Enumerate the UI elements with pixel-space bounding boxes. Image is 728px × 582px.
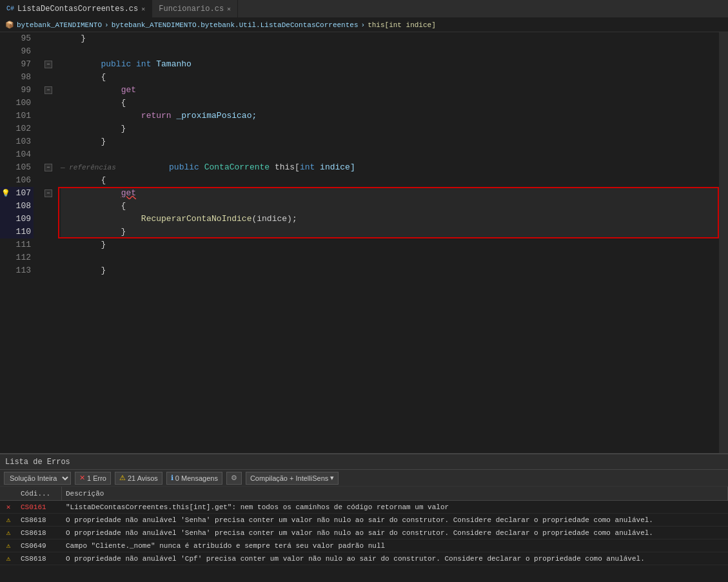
warning-count-btn[interactable]: ⚠ 21 Avisos	[115, 472, 162, 485]
col-header-code[interactable]: Códi...	[17, 487, 62, 500]
error-row-0[interactable]: ✕CS0161"ListaDeContasCorreentes.this[int…	[0, 501, 728, 514]
tab-funcionario[interactable]: Funcionario.cs ✕	[152, 0, 238, 17]
code-line-109[interactable]: RecuperarContaNoIndice(indice);	[61, 213, 719, 226]
collapse-btn-99[interactable]: −	[44, 86, 52, 94]
line-number-95: 95	[0, 32, 34, 45]
code-line-110[interactable]: }	[61, 226, 719, 238]
error-panel: Lista de Erros Solução Inteira ✕ 1 Erro …	[0, 453, 728, 582]
line-number-109: 109	[0, 213, 34, 226]
message-count-label: 0 Mensagens	[175, 474, 218, 482]
collapse-btn-105[interactable]: −	[44, 164, 52, 171]
breadcrumb: 📦 bytebank_ATENDIMENTO › bytebank_ATENDI…	[0, 18, 728, 32]
tab-close-1[interactable]: ✕	[141, 5, 145, 13]
code-line-100[interactable]: {	[61, 97, 719, 110]
code-line-103[interactable]: }	[61, 135, 719, 148]
line-number-97: 97	[0, 58, 34, 71]
error-table: Códi... Descrição ✕CS0161"ListaDeContasC…	[0, 487, 728, 582]
error-row-3[interactable]: ⚠CS0649Campo "Cliente._nome" nunca é atr…	[0, 539, 728, 552]
code-line-108[interactable]: {	[61, 200, 719, 213]
lightbulb-icon[interactable]: 💡	[1, 187, 10, 200]
col-header-desc[interactable]: Descrição	[62, 487, 728, 500]
build-select-btn[interactable]: Compilação + IntelliSens ▾	[246, 472, 339, 485]
error-row-warning-icon: ⚠	[0, 529, 17, 537]
info-icon: ℹ	[171, 474, 173, 482]
error-cell-code-3: CS0649	[17, 542, 62, 550]
scrollbar[interactable]	[719, 32, 728, 453]
line-number-110: 110	[0, 226, 34, 238]
ref-hint: — referências	[61, 164, 129, 171]
build-dropdown-icon: ▾	[330, 474, 334, 482]
error-row-2[interactable]: ⚠CS8618O propriedade não anulável 'Senha…	[0, 527, 728, 539]
line-number-106: 106	[0, 174, 34, 187]
line-number-113: 113	[0, 264, 34, 277]
code-lines[interactable]: } public int Tamanho { get { return _pro…	[58, 32, 719, 453]
gutter-row-98	[39, 71, 58, 84]
line-number-100: 100	[0, 97, 34, 110]
code-line-97[interactable]: public int Tamanho	[61, 58, 719, 71]
code-line-101[interactable]: return _proximaPosicao;	[61, 110, 719, 122]
error-row-warning-icon: ⚠	[0, 541, 17, 550]
tab-bar: C# ListaDeContasCorreentes.cs ✕ Funciona…	[0, 0, 728, 18]
code-line-95[interactable]: }	[61, 32, 719, 45]
breadcrumb-project: bytebank_ATENDIMENTO	[17, 21, 102, 29]
error-row-1[interactable]: ⚠CS8618O propriedade não anulável 'Senha…	[0, 514, 728, 527]
error-toolbar: Solução Inteira ✕ 1 Erro ⚠ 21 Avisos ℹ 0…	[0, 470, 728, 487]
error-rows: ✕CS0161"ListaDeContasCorreentes.this[int…	[0, 501, 728, 565]
code-line-113[interactable]: }	[61, 264, 719, 277]
error-cell-desc-1: O propriedade não anulável 'Senha' preci…	[62, 516, 728, 524]
collapse-btn-97[interactable]: −	[44, 61, 52, 68]
code-line-111[interactable]: }	[61, 238, 719, 251]
error-icon: ✕	[79, 474, 85, 482]
error-row-4[interactable]: ⚠CS8618O propriedade não anulável 'Cpf' …	[0, 552, 728, 565]
error-cell-code-1: CS8618	[17, 516, 62, 524]
error-count-label: 1 Erro	[87, 474, 106, 482]
line-number-101: 101	[0, 110, 34, 122]
error-count-btn[interactable]: ✕ 1 Erro	[75, 472, 111, 485]
code-line-106[interactable]: {	[61, 174, 719, 187]
error-table-header: Códi... Descrição	[0, 487, 728, 501]
filter-btn[interactable]: ⚙	[226, 472, 242, 485]
code-line-104[interactable]	[61, 148, 719, 161]
gutter-row-95	[39, 32, 58, 45]
code-line-96[interactable]	[61, 45, 719, 58]
scope-dropdown[interactable]: Solução Inteira	[4, 472, 71, 485]
gutter-row-110	[39, 226, 58, 238]
gutter-row-102	[39, 122, 58, 135]
line-number-108: 108	[0, 200, 34, 213]
gutter-row-109	[39, 213, 58, 226]
code-line-102[interactable]: }	[61, 122, 719, 135]
gutter-row-99: −	[39, 84, 58, 97]
collapse-btn-107[interactable]: −	[44, 189, 52, 197]
gutter-row-108	[39, 200, 58, 213]
build-label: Compilação + IntelliSens	[250, 474, 328, 482]
line-numbers: 9596979899100101102103104105106💡10710810…	[0, 32, 39, 453]
filter-icon: ⚙	[231, 474, 237, 482]
line-number-96: 96	[0, 45, 34, 58]
tab-close-2[interactable]: ✕	[227, 5, 231, 13]
error-cell-code-0: CS0161	[17, 503, 62, 511]
code-line-107[interactable]: get	[61, 187, 719, 200]
error-row-warning-icon: ⚠	[0, 554, 17, 563]
line-number-105: 105	[0, 161, 34, 174]
error-panel-title: Lista de Erros	[5, 458, 70, 467]
code-line-112[interactable]	[61, 251, 719, 264]
line-number-104: 104	[0, 148, 34, 161]
message-count-btn[interactable]: ℹ 0 Mensagens	[166, 472, 222, 485]
error-row-warning-icon: ⚠	[0, 516, 17, 524]
error-cell-desc-4: O propriedade não anulável 'Cpf' precisa…	[62, 555, 728, 563]
file-cs-icon: C#	[6, 5, 14, 12]
error-panel-header: Lista de Erros	[0, 454, 728, 470]
warning-icon: ⚠	[119, 474, 126, 482]
line-number-111: 111	[0, 238, 34, 251]
breadcrumb-class: bytebank_ATENDIMENTO.bytebank.Util.Lista…	[112, 21, 359, 29]
tab-listadecontascorrentes[interactable]: C# ListaDeContasCorreentes.cs ✕	[0, 0, 152, 17]
breadcrumb-member: this[int indice]	[368, 21, 436, 29]
code-line-98[interactable]: {	[61, 71, 719, 84]
line-number-107: 💡107	[0, 187, 34, 200]
gutter-row-112	[39, 251, 58, 264]
gutter-row-104	[39, 148, 58, 161]
tab-label-2: Funcionario.cs	[159, 5, 224, 14]
code-line-99[interactable]: get	[61, 84, 719, 97]
gutter-row-111	[39, 238, 58, 251]
code-line-105[interactable]: — referências public ContaCorrente this[…	[61, 161, 719, 174]
